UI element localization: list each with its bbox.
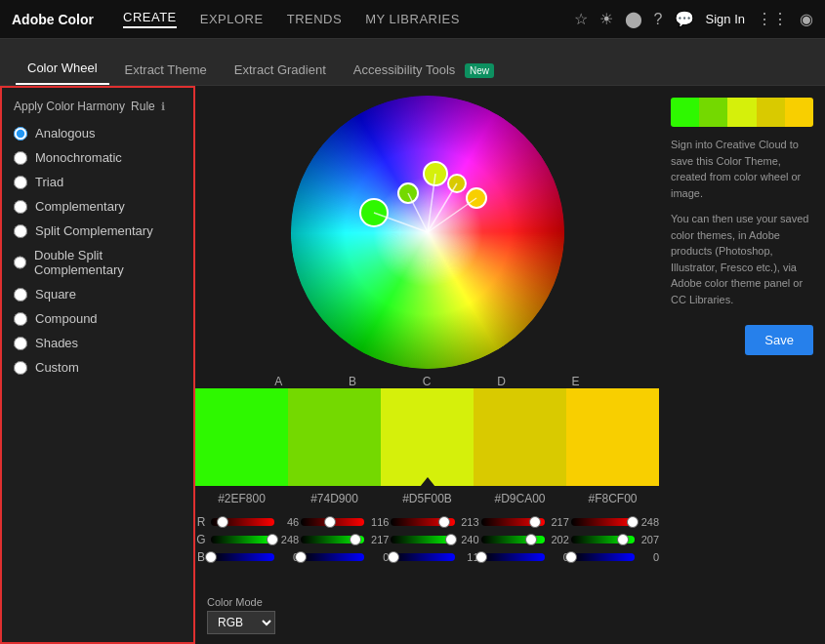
center-area: A B C D E #2EF800#74D900#D5F00B#D9CA00#F… (195, 86, 659, 644)
radio-item-split-complementary[interactable]: Split Complementary (14, 219, 182, 243)
slider-item-r-3: 217 (481, 516, 569, 528)
rgb-section: R46116213217248G248217240202207B001100 (195, 511, 659, 572)
radio-compound[interactable] (14, 312, 27, 326)
radio-double-split-complementary[interactable] (14, 256, 26, 269)
color-dot-b[interactable] (397, 182, 419, 204)
slider-track-b-0[interactable] (211, 553, 274, 561)
main-content: Apply Color Harmony Rule ℹ AnalogousMono… (0, 86, 825, 644)
rgb-row-b: B001100 (195, 550, 659, 564)
slider-item-g-4: 207 (571, 534, 659, 545)
account-icon[interactable]: ◉ (800, 10, 813, 28)
nav-create[interactable]: CREATE (123, 10, 177, 28)
star-icon[interactable]: ☆ (574, 10, 588, 28)
slider-track-b-2[interactable] (391, 553, 454, 561)
slider-track-b-4[interactable] (571, 553, 635, 561)
sign-in-button[interactable]: Sign In (706, 12, 745, 26)
swatch-4[interactable] (566, 388, 659, 486)
slider-track-r-0[interactable] (211, 518, 274, 526)
radio-item-triad[interactable]: Triad (14, 170, 182, 194)
label-a: A (274, 375, 282, 388)
radio-square[interactable] (14, 288, 27, 302)
nav-right: ☆ ☀ ⬤ ? 💬 Sign In ⋮⋮ ◉ (574, 10, 813, 28)
tab-color-wheel[interactable]: Color Wheel (16, 53, 109, 85)
color-dot-c[interactable] (423, 161, 448, 186)
swatch-1[interactable] (288, 388, 381, 486)
radio-item-custom[interactable]: Custom (14, 355, 182, 380)
info-icon[interactable]: ℹ (161, 101, 165, 113)
slider-item-b-1: 0 (301, 551, 389, 563)
radio-item-compound[interactable]: Compound (14, 306, 182, 331)
radio-label-double-split-complementary: Double Split Complementary (34, 248, 182, 277)
tab-extract-gradient[interactable]: Extract Gradient (223, 55, 338, 85)
brightness-icon[interactable]: ☀ (599, 10, 613, 28)
radio-shades[interactable] (14, 337, 27, 350)
slider-track-g-4[interactable] (571, 536, 635, 543)
harmony-radio-group: AnalogousMonochromaticTriadComplementary… (14, 121, 182, 380)
color-dot-d[interactable] (447, 174, 467, 193)
slider-thumb-b-4 (565, 551, 577, 563)
color-mode-label: Color Mode (207, 596, 275, 608)
theme-preview (671, 98, 813, 127)
color-dot-a[interactable] (359, 198, 389, 227)
color-dot-e[interactable] (466, 187, 487, 209)
slider-value-r-0: 46 (277, 516, 299, 528)
label-c: C (423, 375, 432, 388)
slider-track-b-3[interactable] (481, 553, 545, 561)
tab-accessibility-tools[interactable]: Accessibility Tools New (342, 55, 506, 85)
theme-swatch-0 (671, 98, 699, 127)
top-nav: Adobe Color CREATE EXPLORE TRENDS MY LIB… (0, 0, 825, 39)
nav-explore[interactable]: EXPLORE (200, 12, 264, 26)
swatch-3[interactable] (474, 388, 566, 486)
radio-label-monochromatic: Monochromatic (35, 150, 122, 165)
color-wheel-icon[interactable]: ⬤ (625, 10, 642, 28)
radio-split-complementary[interactable] (14, 224, 27, 238)
swatch-0[interactable] (195, 388, 288, 486)
radio-item-complementary[interactable]: Complementary (14, 194, 182, 219)
nav-libraries[interactable]: MY LIBRARIES (365, 12, 460, 26)
wheel-labels: A B C D E (242, 375, 613, 388)
radio-item-square[interactable]: Square (14, 282, 182, 306)
slider-track-g-3[interactable] (481, 536, 545, 543)
harmony-title: Apply Color Harmony Rule ℹ (14, 100, 182, 113)
slider-track-r-3[interactable] (481, 518, 545, 526)
slider-item-g-3: 202 (481, 534, 569, 545)
slider-track-g-0[interactable] (211, 536, 274, 543)
radio-item-monochromatic[interactable]: Monochromatic (14, 145, 182, 170)
color-wheel-container[interactable] (291, 96, 564, 369)
help-icon[interactable]: ? (654, 11, 663, 28)
radio-monochromatic[interactable] (14, 151, 27, 165)
radio-item-double-split-complementary[interactable]: Double Split Complementary (14, 243, 182, 282)
swatch-2[interactable] (381, 388, 474, 486)
radio-item-shades[interactable]: Shades (14, 331, 182, 355)
nav-trends[interactable]: TRENDS (287, 12, 342, 26)
apps-icon[interactable]: ⋮⋮ (757, 10, 788, 28)
slider-thumb-b-1 (295, 551, 307, 563)
slider-value-b-4: 0 (638, 551, 659, 563)
radio-custom[interactable] (14, 361, 27, 375)
slider-value-r-4: 248 (638, 516, 659, 528)
slider-thumb-r-0 (217, 516, 228, 528)
hex-value-0: #2EF800 (195, 492, 288, 505)
slider-track-g-1[interactable] (301, 536, 364, 543)
radio-analogous[interactable] (14, 127, 27, 141)
slider-track-g-2[interactable] (391, 536, 454, 543)
hex-value-3: #D9CA00 (474, 492, 566, 505)
slider-value-g-1: 217 (367, 534, 389, 545)
radio-triad[interactable] (14, 176, 27, 189)
radio-complementary[interactable] (14, 200, 27, 214)
rgb-label-g: G (195, 533, 207, 546)
slider-track-r-2[interactable] (391, 518, 454, 526)
color-mode-select[interactable]: RGB HSB CMYK Lab (207, 611, 275, 634)
slider-item-r-4: 248 (571, 516, 659, 528)
radio-label-square: Square (35, 287, 76, 302)
slider-track-r-4[interactable] (571, 518, 635, 526)
slider-track-b-1[interactable] (301, 553, 364, 561)
slider-track-r-1[interactable] (301, 518, 364, 526)
save-button[interactable]: Save (745, 325, 813, 355)
chat-icon[interactable]: 💬 (675, 10, 694, 28)
nav-items: CREATE EXPLORE TRENDS MY LIBRARIES (123, 10, 574, 28)
slider-value-r-2: 213 (458, 516, 479, 528)
radio-item-analogous[interactable]: Analogous (14, 121, 182, 145)
swatch-arrow (420, 477, 435, 487)
tab-extract-theme[interactable]: Extract Theme (113, 55, 219, 85)
